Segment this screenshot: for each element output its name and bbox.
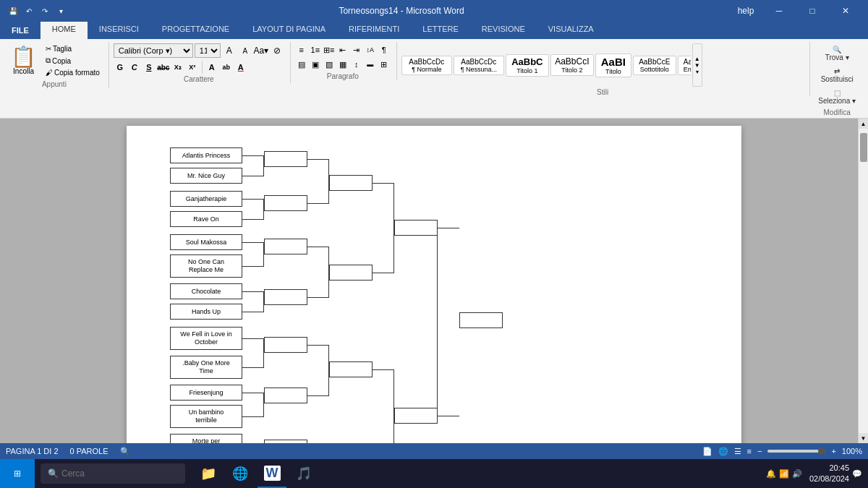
style-no-spacing[interactable]: AaBbCcDc¶ Nessuna... <box>454 56 504 75</box>
bracket-chart: Atlantis Princess Mr. Nice Guy Ganjather… <box>170 147 662 443</box>
conn-v4 <box>263 338 264 367</box>
strikethrough-btn[interactable]: abc <box>157 61 170 74</box>
scroll-up-btn[interactable]: ▲ <box>859 119 869 129</box>
styles-scroll-btn[interactable]: ▲ ▼ ▾ <box>692 43 702 87</box>
copy-btn[interactable]: ⧉ Copia <box>43 55 103 67</box>
clear-format-btn[interactable]: ⊘ <box>270 43 284 58</box>
view-outline-btn[interactable]: ☰ <box>734 447 741 456</box>
zoom-out-btn[interactable]: − <box>757 447 762 455</box>
notification-btn[interactable]: 💬 <box>852 469 862 479</box>
find-btn[interactable]: 🔍 Trova ▾ <box>814 43 859 64</box>
tab-revisione[interactable]: REVISIONE <box>470 22 537 39</box>
taskbar-search[interactable]: 🔍 <box>41 463 185 484</box>
r3-conn-0a <box>307 159 329 160</box>
zoom-slider[interactable] <box>767 450 825 453</box>
bold-btn[interactable]: G <box>114 61 127 74</box>
font-name-select[interactable]: Calibri (Corp ▾) <box>114 43 193 58</box>
view-web-btn[interactable]: 🌐 <box>718 447 728 456</box>
shading-btn[interactable]: ▬ <box>364 58 377 71</box>
font-color-btn[interactable]: A <box>234 61 247 74</box>
redo-quick-btn[interactable]: ↷ <box>38 4 52 18</box>
tab-home[interactable]: HOME <box>41 22 88 39</box>
tab-inserisci[interactable]: INSERISCI <box>88 22 150 39</box>
line-spacing-btn[interactable]: ↕ <box>350 58 363 71</box>
text-highlight-btn[interactable]: ab <box>220 61 233 74</box>
show-para-btn[interactable]: ¶ <box>378 43 391 56</box>
shrink-font-btn[interactable]: A <box>238 43 252 58</box>
align-right-btn[interactable]: ▧ <box>323 58 336 71</box>
change-case-btn[interactable]: Aa▾ <box>254 43 268 58</box>
multilevel-btn[interactable]: ⊞≡ <box>323 43 336 56</box>
entry-11: Un bambinoterribile <box>170 405 242 428</box>
conn-v2 <box>263 242 264 266</box>
subscript-btn[interactable]: X₂ <box>171 61 184 74</box>
style-normal[interactable]: AaBbCcDc¶ Normale <box>401 56 452 75</box>
tab-visualizza[interactable]: VISUALIZZA <box>537 22 605 39</box>
paste-icon: 📋 <box>11 47 36 67</box>
style-emphasis[interactable]: AaBbCcDcEnfasi deli... <box>678 56 691 75</box>
vertical-scrollbar[interactable]: ▲ ▼ <box>858 119 868 443</box>
superscript-btn[interactable]: X² <box>186 61 199 74</box>
help-btn[interactable]: help <box>729 0 762 22</box>
minimize-btn[interactable]: ─ <box>762 0 796 22</box>
style-subtitle[interactable]: AaBbCcESottotitolo <box>633 56 676 75</box>
tab-file[interactable]: FILE <box>0 22 41 39</box>
network-icon: 📶 <box>779 469 789 479</box>
lang-icon[interactable]: 🔍 <box>120 447 130 456</box>
r3-conn-1a <box>307 247 329 247</box>
save-quick-btn[interactable]: 💾 <box>6 4 20 18</box>
align-center-btn[interactable]: ▣ <box>309 58 322 71</box>
style-title[interactable]: AaBITitolo <box>595 53 631 77</box>
paste-btn[interactable]: 📋 Incolla <box>6 43 41 79</box>
cut-btn[interactable]: ✂ Taglia <box>43 43 103 54</box>
decrease-indent-btn[interactable]: ⇤ <box>336 43 349 56</box>
tab-progettazione[interactable]: PROGETTAZIONE <box>150 22 241 39</box>
numbering-btn[interactable]: 1≡ <box>309 43 322 56</box>
r4-conn-1a <box>373 369 394 370</box>
style-title1[interactable]: AaBbCTitolo 1 <box>506 54 549 77</box>
italic-btn[interactable]: C <box>128 61 141 74</box>
sort-btn[interactable]: ↕A <box>364 43 377 56</box>
justify-btn[interactable]: ▦ <box>336 58 349 71</box>
close-btn[interactable]: ✕ <box>829 0 862 22</box>
r3-v1 <box>328 247 329 297</box>
clock-display: 20:45 02/08/2024 <box>809 463 849 485</box>
select-btn[interactable]: ⬚ Seleziona ▾ <box>814 87 859 107</box>
start-button[interactable]: ⊞ <box>0 459 35 488</box>
file-explorer-icon: 📁 <box>200 466 216 481</box>
system-tray: 🔔 📶 🔊 <box>762 469 807 479</box>
maximize-btn[interactable]: □ <box>796 0 829 22</box>
grow-font-btn[interactable]: A <box>222 43 237 58</box>
view-page-btn[interactable]: 📄 <box>702 447 712 456</box>
replace-btn[interactable]: ⇄ Sostituisci <box>814 65 859 85</box>
bullets-btn[interactable]: ≡ <box>295 43 308 56</box>
taskbar-search-input[interactable] <box>61 468 163 479</box>
taskbar-explorer-btn[interactable]: 📁 <box>194 459 223 488</box>
underline-btn[interactable]: S <box>142 61 156 74</box>
tab-riferimenti[interactable]: RIFERIMENTI <box>337 22 411 39</box>
font-size-select[interactable]: 11 <box>195 43 221 58</box>
customize-quick-btn[interactable]: ▾ <box>54 4 68 18</box>
scroll-down-btn[interactable]: ▼ <box>859 433 869 443</box>
taskbar-spotify-btn[interactable]: 🎵 <box>289 459 318 488</box>
tab-layout[interactable]: LAYOUT DI PAGINA <box>241 22 337 39</box>
taskbar-chrome-btn[interactable]: 🌐 <box>226 459 255 488</box>
conn-6a <box>242 291 264 292</box>
scroll-thumb-v[interactable] <box>860 133 867 162</box>
borders-btn[interactable]: ⊞ <box>378 58 391 71</box>
r4-v1 <box>393 369 394 443</box>
undo-quick-btn[interactable]: ↶ <box>22 4 36 18</box>
zoom-in-btn[interactable]: + <box>831 447 835 455</box>
r3-v2 <box>328 345 329 395</box>
view-draft-btn[interactable]: ≡ <box>747 447 752 455</box>
increase-indent-btn[interactable]: ⇥ <box>350 43 363 56</box>
format-painter-btn[interactable]: 🖌 Copia formato <box>43 67 103 78</box>
conn-5a <box>242 266 264 267</box>
align-left-btn[interactable]: ▤ <box>295 58 308 71</box>
tab-lettere[interactable]: LETTERE <box>411 22 470 39</box>
r5-box <box>459 312 503 328</box>
text-effect-btn[interactable]: A <box>205 61 218 74</box>
taskbar-word-btn[interactable]: W <box>258 459 286 488</box>
style-title2[interactable]: AaBbCcITitolo 2 <box>550 54 594 76</box>
word-count: 0 PAROLE <box>70 447 109 455</box>
